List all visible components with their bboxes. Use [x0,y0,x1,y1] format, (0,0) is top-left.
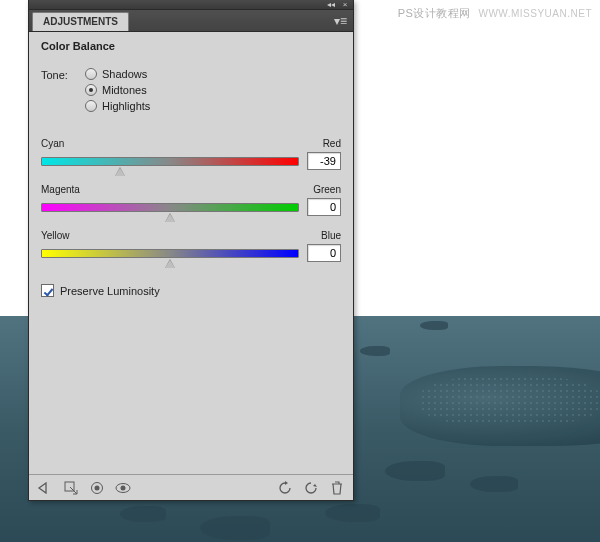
slider-thumb[interactable] [115,167,125,176]
slider-left-label: Magenta [41,184,80,195]
slider-left-label: Yellow [41,230,70,241]
checkbox-label: Preserve Luminosity [60,285,160,297]
adjustment-title: Color Balance [41,40,341,52]
expand-view-icon[interactable] [63,480,79,496]
preserve-luminosity-checkbox[interactable]: Preserve Luminosity [41,284,341,297]
slider-value-input[interactable] [307,152,341,170]
slider-right-label: Red [323,138,341,149]
radio-icon [85,100,97,112]
slider-thumb[interactable] [165,213,175,222]
slider-right-label: Blue [321,230,341,241]
previous-state-icon[interactable] [277,480,293,496]
radio-shadows[interactable]: Shadows [85,68,150,80]
tone-label: Tone: [41,68,85,112]
slider-track[interactable] [41,203,299,212]
visibility-icon[interactable] [115,480,131,496]
panel-menu-icon[interactable]: ▾≡ [334,14,347,28]
radio-icon [85,68,97,80]
radio-midtones[interactable]: Midtones [85,84,150,96]
back-icon[interactable] [37,480,53,496]
slider-right-label: Green [313,184,341,195]
radio-highlights[interactable]: Highlights [85,100,150,112]
checkbox-icon [41,284,54,297]
slider-left-label: Cyan [41,138,64,149]
slider-yellow-blue: Yellow Blue [41,230,341,262]
svg-point-2 [95,485,100,490]
radio-label: Highlights [102,100,150,112]
panel-titlebar[interactable]: ◂◂ × [29,0,353,10]
slider-magenta-green: Magenta Green [41,184,341,216]
radio-label: Shadows [102,68,147,80]
slider-value-input[interactable] [307,244,341,262]
clip-to-layer-icon[interactable] [89,480,105,496]
adjustments-panel: ◂◂ × ADJUSTMENTS ▾≡ Color Balance Tone: … [28,0,354,501]
tab-adjustments[interactable]: ADJUSTMENTS [32,12,129,31]
collapse-icon[interactable]: ◂◂ [326,1,336,8]
svg-point-4 [121,485,126,490]
slider-cyan-red: Cyan Red [41,138,341,170]
slider-value-input[interactable] [307,198,341,216]
slider-track[interactable] [41,157,299,166]
radio-label: Midtones [102,84,147,96]
slider-track[interactable] [41,249,299,258]
close-icon[interactable]: × [340,1,350,8]
radio-icon [85,84,97,96]
trash-icon[interactable] [329,480,345,496]
reset-icon[interactable] [303,480,319,496]
watermark-en: WWW.MISSYUAN.NET [478,8,592,19]
watermark-cn: PS设计教程网 [398,7,471,19]
slider-thumb[interactable] [165,259,175,268]
